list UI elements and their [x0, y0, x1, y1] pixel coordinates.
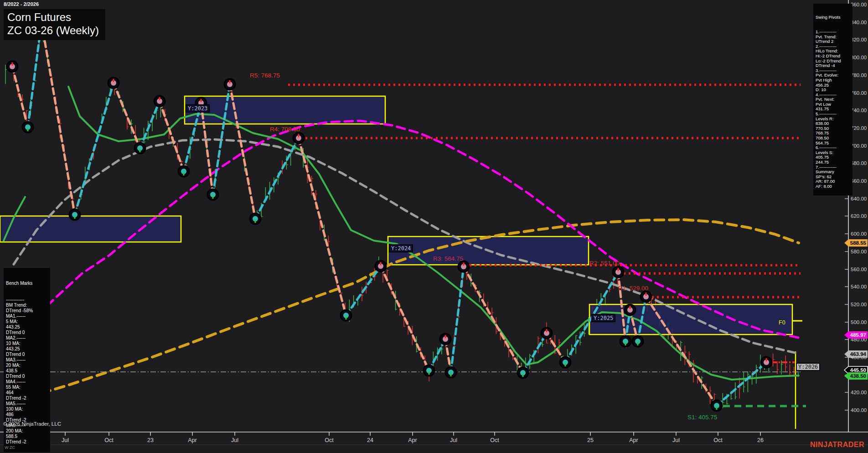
line-element	[381, 266, 429, 371]
price-axis-label: 500.00	[851, 319, 867, 325]
bench-marks-line: 464	[6, 390, 48, 396]
bench-marks-line: DTrend -2	[6, 396, 48, 401]
price-axis-label: 800.00	[851, 55, 867, 60]
time-axis-label: Oct	[104, 437, 114, 443]
bench-marks-line: 443.25	[6, 346, 48, 352]
price-axis-label: 560.00	[851, 267, 867, 272]
f0-label: F0	[779, 319, 785, 326]
time-axis-label: Oct	[325, 437, 334, 443]
line-element	[75, 83, 114, 215]
chart-title: Corn Futures ZC 03-26 (Weekly)	[4, 9, 105, 40]
time-axis-label: Apr	[629, 437, 638, 443]
bench-marks-line: DTrend 0	[6, 374, 48, 379]
chart-title-contract: ZC 03-26 (Weekly)	[7, 24, 99, 37]
price-axis-label: 640.00	[851, 196, 867, 201]
bench-marks-line: 438.5	[6, 368, 48, 374]
price-axis-label: 780.00	[851, 72, 867, 78]
swing-pivots-line: Hi:-2 DTrend	[816, 54, 850, 59]
instrument-watermark: W ZC	[5, 445, 15, 450]
bench-marks-line: ------------	[6, 297, 48, 303]
year-label-2024[interactable]: Y:2024	[389, 244, 413, 252]
line-element	[523, 333, 547, 373]
bench-marks-line: 20 MA:	[6, 363, 48, 368]
level-label-r1: R1: 529.00	[618, 285, 648, 292]
text-element: 588.55	[850, 240, 867, 246]
price-axis-label: 520.00	[851, 302, 867, 307]
time-axis-label: 26	[757, 437, 764, 443]
bench-marks-line: BM Trend:	[6, 303, 48, 308]
bench-marks-line: DTrend -58%	[6, 308, 48, 314]
line-element	[255, 138, 299, 219]
price-axis-label: 400.00	[851, 407, 867, 413]
ninjatrader-logo: NINJATRADER	[810, 441, 864, 449]
bench-marks-title: Bench Marks	[6, 281, 48, 286]
level-label-r2: R2: 551.00	[589, 260, 620, 267]
line-element	[160, 101, 184, 171]
ninjatrader-window: { "meta": { "date_range": "8/2022 - 2/20…	[0, 0, 868, 453]
price-axis-label: 540.00	[851, 284, 867, 289]
line-element	[12, 67, 28, 127]
bench-marks-line: 588.5	[6, 434, 48, 439]
year-label-2025[interactable]: Y:2025	[591, 314, 615, 322]
bench-marks-line: DTrend -2	[6, 439, 48, 445]
swing-pivots-line: AF: 8.00	[816, 184, 850, 189]
copyright-text: © 2026 NinjaTrader, LLC	[3, 421, 61, 427]
bench-marks-line: MA3.------	[6, 357, 48, 363]
price-axis-label: 420.00	[851, 390, 867, 395]
line-element	[41, 22, 75, 215]
price-axis-label: 720.00	[851, 125, 867, 131]
visible-date-range: 8/2022 - 2/2026	[4, 1, 39, 7]
line-element	[114, 83, 140, 148]
time-axis-label: Jul	[450, 437, 457, 443]
bench-marks-line: 10 MA:	[6, 341, 48, 346]
swing-pivots-line: Pvt High	[816, 78, 850, 83]
time-axis-label: Jul	[231, 437, 238, 443]
swing-zigzag	[12, 22, 766, 406]
price-axis-label: 700.00	[851, 143, 867, 149]
time-axis-label: Apr	[188, 437, 196, 443]
price-axis-label: 840.00	[851, 20, 867, 25]
level-label-r3: R3: 564.75	[433, 255, 463, 262]
time-axis: AprJulOct23AprJulOct24AprJulOct25AprJulO…	[0, 432, 868, 445]
line-element	[717, 362, 766, 406]
swing-pivots-line: 1.------------	[816, 30, 850, 35]
range-2023	[185, 96, 385, 124]
price-axis-label: 680.00	[851, 160, 867, 166]
year-label-2026[interactable]: Y:2026	[796, 363, 820, 371]
time-axis-label: Apr	[408, 437, 417, 443]
line-element	[140, 101, 160, 148]
bench-marks-line: 100 MA:	[6, 407, 48, 412]
time-axis-label: Jul	[672, 437, 680, 443]
line-element	[346, 266, 381, 315]
swing-pivots-panel[interactable]: Swing Pivots 1.------------Pvt. Trend:UT…	[813, 4, 852, 196]
range-2025	[589, 304, 792, 335]
price-axis-label: 820.00	[851, 37, 867, 42]
bench-marks-line: 5 MA:	[6, 319, 48, 324]
text-element: 463.94	[850, 351, 867, 357]
time-axis-label: Jul	[62, 437, 69, 443]
line-element	[451, 267, 464, 372]
text-element: 485.97	[850, 332, 866, 338]
price-axis-label: 620.00	[851, 213, 867, 219]
line-element	[299, 138, 346, 315]
price-axis-label: 600.00	[851, 231, 867, 237]
price-axis-label: 660.00	[851, 178, 867, 184]
year-label-2023[interactable]: Y:2023	[186, 104, 210, 113]
bench-marks-line: MA4.------	[6, 379, 48, 385]
time-axis-label: Oct	[490, 437, 499, 443]
bench-marks-line: DTrend 0	[6, 330, 48, 335]
time-axis-label: 23	[147, 437, 154, 443]
bench-marks-line: MA1.------	[6, 314, 48, 319]
bench-marks-line: MA5.------	[6, 401, 48, 407]
price-chart[interactable]: R5: 768.75R4: 708.50R3: 564.75R2: 551.00…	[0, 0, 868, 453]
chart-title-instrument: Corn Futures	[7, 10, 99, 24]
line-element	[464, 267, 523, 373]
bench-marks-line: 200 MA:	[6, 428, 48, 434]
bench-marks-line: DTrend 0	[6, 352, 48, 357]
pivot-markers	[7, 17, 772, 411]
swing-pivots-line: 244.75	[816, 160, 850, 165]
bench-marks-line: 55 MA:	[6, 385, 48, 390]
price-axis-label: 860.00	[851, 2, 867, 7]
level-label-s1: S1: 405.75	[687, 414, 717, 421]
level-label-r5: R5: 768.75	[250, 72, 280, 79]
